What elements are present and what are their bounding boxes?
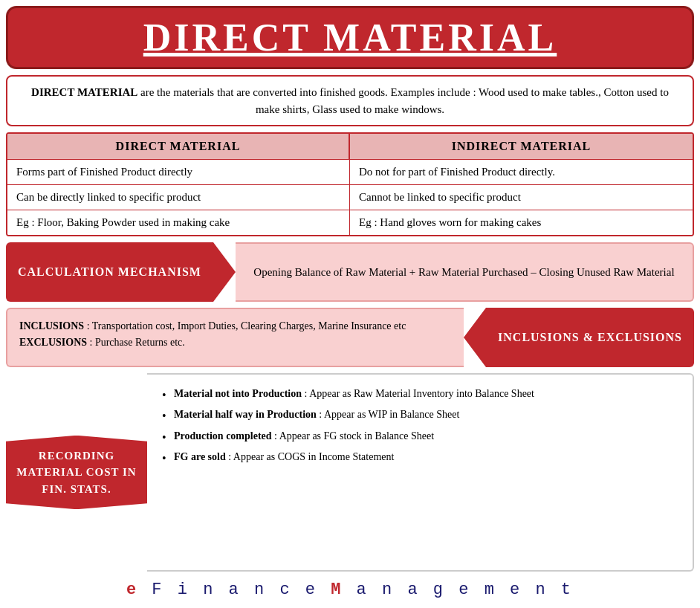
- definition-bold: DIRECT MATERIAL: [31, 86, 140, 98]
- recording-item2-bold: Material half way in Production: [174, 409, 317, 420]
- recording-item2-text: : Appear as WIP in Balance Sheet: [317, 409, 459, 420]
- table-row: Eg : Floor, Baking Powder used in making…: [7, 210, 693, 235]
- exclusions-text: : Purchase Returns etc.: [87, 337, 185, 348]
- recording-item1-bold: Material not into Production: [174, 388, 302, 399]
- table-row: Forms part of Finished Product directly …: [7, 159, 693, 184]
- definition-box: DIRECT MATERIAL are the materials that a…: [6, 75, 694, 126]
- main-container: DIRECT MATERIAL DIRECT MATERIAL are the …: [0, 0, 700, 608]
- recording-item4-bold: FG are sold: [174, 451, 226, 462]
- recording-label: RECORDING MATERIAL COST IN FIN. STATS.: [6, 436, 147, 510]
- recording-list: Material not into Production : Appear as…: [159, 384, 681, 468]
- title-banner: DIRECT MATERIAL: [6, 6, 694, 69]
- calculation-content: Opening Balance of Raw Material + Raw Ma…: [236, 242, 694, 302]
- calculation-section: CALCULATION MECHANISM Opening Balance of…: [6, 242, 694, 302]
- recording-content: Material not into Production : Appear as…: [147, 373, 694, 572]
- incl-arrow-icon: [464, 308, 486, 367]
- calc-arrow-icon: [213, 242, 236, 302]
- inclusions-bold: INCLUSIONS: [19, 320, 84, 332]
- comparison-rows: Forms part of Finished Product directly …: [7, 159, 693, 235]
- row3-col1: Eg : Floor, Baking Powder used in making…: [7, 210, 350, 235]
- comparison-header: DIRECT MATERIAL INDIRECT MATERIAL: [7, 134, 693, 159]
- row3-col2: Eg : Hand gloves worn for making cakes: [350, 210, 693, 235]
- recording-section: RECORDING MATERIAL COST IN FIN. STATS. M…: [6, 373, 694, 572]
- row1-col2: Do not for part of Finished Product dire…: [350, 160, 693, 184]
- row2-col2: Cannot be linked to specific product: [350, 185, 693, 210]
- row1-col1: Forms part of Finished Product directly: [7, 160, 350, 184]
- main-title: DIRECT MATERIAL: [23, 16, 677, 59]
- exclusions-bold: EXCLUSIONS: [19, 337, 87, 348]
- calculation-label: CALCULATION MECHANISM: [6, 242, 213, 302]
- footer: e F i n a n c e M a n a g e m e n t: [6, 578, 694, 602]
- inclusions-label: INCLUSIONS & EXCLUSIONS: [486, 308, 694, 367]
- definition-text: are the materials that are converted int…: [140, 86, 669, 115]
- col1-header: DIRECT MATERIAL: [7, 134, 350, 159]
- recording-item3-text: : Appear as FG stock in Balance Sheet: [272, 430, 435, 442]
- inclusions-text: : Transportation cost, Import Duties, Cl…: [84, 320, 406, 332]
- recording-item1-text: : Appear as Raw Material Inventory into …: [302, 388, 534, 399]
- footer-text: e F i n a n c e M a n a g e m e n t: [126, 580, 574, 599]
- table-row: Can be directly linked to specific produ…: [7, 184, 693, 210]
- list-item: FG are sold : Appear as COGS in Income S…: [162, 447, 681, 468]
- recording-label-wrapper: RECORDING MATERIAL COST IN FIN. STATS.: [6, 373, 147, 572]
- row2-col1: Can be directly linked to specific produ…: [7, 185, 350, 210]
- inclusions-section: INCLUSIONS : Transportation cost, Import…: [6, 308, 694, 367]
- inclusions-content: INCLUSIONS : Transportation cost, Import…: [6, 308, 464, 367]
- comparison-table: DIRECT MATERIAL INDIRECT MATERIAL Forms …: [6, 132, 694, 236]
- list-item: Production completed : Appear as FG stoc…: [162, 426, 681, 447]
- list-item: Material half way in Production : Appear…: [162, 404, 681, 425]
- footer-e: e: [126, 580, 139, 599]
- footer-m: M: [331, 580, 343, 599]
- list-item: Material not into Production : Appear as…: [162, 384, 681, 404]
- recording-item3-bold: Production completed: [174, 430, 272, 442]
- col2-header: INDIRECT MATERIAL: [350, 134, 693, 159]
- recording-item4-text: : Appear as COGS in Income Statement: [226, 451, 395, 462]
